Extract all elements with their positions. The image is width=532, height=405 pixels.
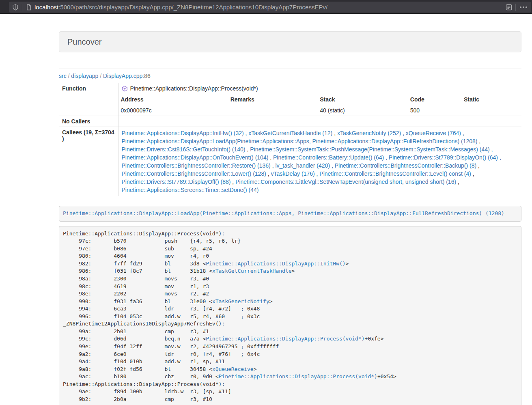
callee-link[interactable]: Pinetime::Applications::DisplayApp::Init… (122, 130, 244, 136)
callees-cell: Pinetime::Applications::DisplayApp::Init… (118, 127, 521, 196)
menu-ellipsis-icon[interactable] (520, 6, 527, 8)
disassembly-symbol-link[interactable]: Pinetime::Applications::DisplayApp::Proc… (219, 373, 377, 379)
no-callers-cell (118, 116, 521, 127)
callees-row: Callees (19, Σ=3704 ) Pinetime::Applicat… (59, 127, 521, 196)
no-callers-label: No Callers (59, 116, 118, 127)
callee-link[interactable]: xTaskGetCurrentTaskHandle (12) (248, 130, 332, 136)
reader-mode-icon[interactable] (506, 4, 512, 11)
callee-link[interactable]: xTaskGenericNotify (252) (337, 130, 401, 136)
metrics-label-spacer (59, 94, 118, 116)
static-value (461, 105, 521, 116)
callee-link[interactable]: lv_task_handler (420) (275, 162, 330, 169)
callee-link[interactable]: Pinetime::Drivers::St7789::DisplayOff() … (122, 179, 231, 185)
package-cube-icon (122, 86, 128, 92)
callee-link[interactable]: Pinetime::Controllers::BrightnessControl… (122, 170, 266, 177)
urlbar-divider-right (515, 4, 516, 11)
callees-label: Callees (19, Σ=3704 ) (59, 127, 118, 196)
callee-link[interactable]: Pinetime::Components::LittleVgl::SetNewT… (235, 179, 456, 185)
callee-link[interactable]: Pinetime::Applications::DisplayApp::Load… (122, 138, 478, 144)
highlighted-callee-box: Pinetime::Applications::DisplayApp::Load… (59, 206, 521, 222)
disassembly-code: Pinetime::Applications::DisplayApp::Proc… (63, 231, 396, 402)
col-code: Code (408, 94, 461, 105)
urlbar-divider (22, 4, 22, 11)
metrics-table: Address Remarks Stack Code Static 0x0000… (118, 94, 522, 116)
disassembly-symbol-link[interactable]: Pinetime::Applications::DisplayApp::Init… (206, 261, 345, 267)
disassembly-symbol-link[interactable]: xQueueReceive (212, 366, 254, 372)
function-name: Pinetime::Applications::DisplayApp::Proc… (130, 85, 258, 92)
page-icon (26, 4, 32, 11)
callee-link[interactable]: Pinetime::Controllers::Battery::Update()… (273, 154, 384, 161)
metrics-header-row: Address Remarks Stack Code Static (118, 94, 522, 105)
callee-link[interactable]: Pinetime::Controllers::BrightnessControl… (122, 162, 271, 169)
callee-link[interactable]: Pinetime::Controllers::BrightnessControl… (319, 170, 471, 177)
url-bar[interactable]: localhost:5000/path/src/displayapp/Displ… (9, 2, 531, 13)
url-host: localhost (34, 4, 58, 11)
function-row: Function Pinetime::Applications::Display… (59, 83, 521, 94)
divider-rule (59, 69, 521, 69)
function-label: Function (59, 83, 118, 94)
callee-link[interactable]: Pinetime::Controllers::BrightnessControl… (335, 162, 476, 169)
callee-link[interactable]: Pinetime::System::SystemTask::PushMessag… (250, 146, 490, 153)
stack-value: 40 (static) (317, 105, 408, 116)
disassembly-box: Pinetime::Applications::DisplayApp::Proc… (59, 226, 521, 405)
disassembly-symbol-link[interactable]: Pinetime::Applications::DisplayApp::Proc… (206, 336, 364, 342)
breadcrumb-separator: / (98, 73, 103, 79)
address-value: 0x0000097c (118, 105, 228, 116)
app-title: Puncover (67, 37, 102, 46)
col-address: Address (118, 94, 228, 105)
code-value: 500 (408, 105, 461, 116)
metrics-row: Address Remarks Stack Code Static 0x0000… (59, 94, 521, 116)
breadcrumb-line-number: :86 (142, 73, 150, 79)
remarks-value (228, 105, 318, 116)
breadcrumb-link[interactable]: displayapp (71, 73, 98, 79)
breadcrumb-link[interactable]: DisplayApp.cpp (103, 73, 142, 79)
breadcrumb-link[interactable]: src (59, 73, 67, 79)
callee-link[interactable]: Pinetime::Drivers::Cst816S::GetTouchInfo… (122, 146, 246, 153)
breadcrumb: src / displayapp / DisplayApp.cpp:86 (59, 73, 521, 79)
callee-link[interactable]: Pinetime::Applications::DisplayApp::OnTo… (122, 154, 269, 161)
disassembly-symbol-link[interactable]: xTaskGenericNotify (212, 298, 269, 304)
col-stack: Stack (317, 94, 408, 105)
app-title-panel: Puncover (59, 31, 521, 52)
disassembly-symbol-link[interactable]: xTaskGetCurrentTaskHandle (212, 268, 292, 274)
callee-link[interactable]: Pinetime::Applications::Screens::Timer::… (122, 187, 259, 193)
url-path: :5000/path/src/displayapp/DisplayApp.cpp… (58, 4, 327, 11)
col-static: Static (461, 94, 521, 105)
metrics-value-row: 0x0000097c 40 (static) 500 (118, 105, 522, 116)
highlighted-callee-link[interactable]: Pinetime::Applications::DisplayApp::Load… (63, 210, 504, 216)
function-table: Function Pinetime::Applications::Display… (59, 83, 521, 196)
callee-link[interactable]: xQueueReceive (764) (406, 130, 461, 136)
col-remarks: Remarks (228, 94, 318, 105)
breadcrumb-separator: / (67, 73, 71, 79)
browser-bar: localhost:5000/path/src/displayapp/Displ… (0, 0, 532, 14)
page-content: Puncover src / displayapp / DisplayApp.c… (59, 14, 521, 405)
shield-icon[interactable] (12, 4, 19, 11)
callee-link[interactable]: Pinetime::Drivers::St7789::DisplayOn() (… (389, 154, 498, 161)
callee-link[interactable]: vTaskDelay (176) (271, 170, 315, 177)
no-callers-row: No Callers (59, 116, 521, 127)
url-text[interactable]: localhost:5000/path/src/displayapp/Displ… (34, 4, 506, 11)
